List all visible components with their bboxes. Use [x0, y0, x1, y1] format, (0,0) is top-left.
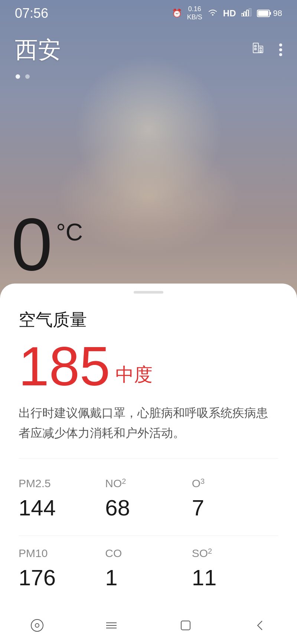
pollutant-pm25: PM2.5 144 [19, 470, 105, 532]
temperature-unit: °C [56, 219, 83, 246]
svg-rect-12 [260, 48, 261, 49]
dot-1 [16, 74, 20, 79]
pollutant-grid-1: PM2.5 144 NO2 68 O3 7 [19, 470, 278, 532]
network-speed: 0.16 KB/S [187, 5, 202, 21]
svg-rect-19 [181, 621, 190, 630]
temperature-display: 0 °C [11, 207, 83, 282]
wifi-icon [208, 8, 218, 19]
aqi-level: 中度 [115, 362, 153, 387]
top-icons[interactable] [250, 40, 282, 59]
pollutant-so2: SO2 11 [192, 540, 278, 602]
pollutant-so2-value: 11 [192, 565, 278, 590]
svg-rect-10 [255, 45, 256, 47]
pollutant-o3-name: O3 [192, 477, 278, 490]
status-bar: 07:56 ⏰ 0.16 KB/S HD [0, 0, 297, 27]
divider-1 [19, 458, 278, 459]
drag-handle[interactable] [134, 291, 163, 294]
battery-icon: 98 [257, 9, 282, 18]
status-time: 07:56 [15, 6, 48, 21]
svg-rect-2 [247, 10, 248, 16]
pollutant-pm25-name: PM2.5 [19, 477, 105, 490]
status-icons: ⏰ 0.16 KB/S HD [172, 5, 282, 21]
pollutant-grid-2: PM10 176 CO 1 SO2 11 [19, 540, 278, 602]
pollutant-no2: NO2 68 [105, 470, 192, 532]
aqi-description: 出行时建议佩戴口罩，心脏病和呼吸系统疾病患者应减少体力消耗和户外活动。 [19, 403, 278, 443]
svg-point-14 [31, 619, 43, 631]
pollutant-pm10-value: 176 [19, 565, 105, 590]
pollutant-pm10-name: PM10 [19, 547, 105, 560]
svg-rect-1 [244, 12, 246, 16]
svg-rect-0 [241, 13, 243, 16]
top-bar: 西安 [0, 27, 297, 73]
bottom-panel: 空气质量 185 中度 出行时建议佩戴口罩，心脏病和呼吸系统疾病患者应减少体力消… [0, 284, 297, 644]
pollutant-so2-name: SO2 [192, 547, 278, 560]
svg-point-15 [35, 624, 39, 627]
svg-rect-11 [255, 48, 256, 50]
hd-label: HD [223, 8, 236, 19]
aqi-value: 185 [19, 339, 110, 394]
divider-2 [19, 535, 278, 536]
pollutant-pm25-value: 144 [19, 495, 105, 521]
pollutant-o3: O3 7 [192, 470, 278, 532]
signal-icon [241, 8, 252, 19]
aqi-row: 185 中度 [19, 339, 278, 394]
bottom-nav [0, 607, 297, 644]
nav-menu-icon[interactable] [101, 615, 121, 635]
pollutant-pm10: PM10 176 [19, 540, 105, 602]
dot-indicators [16, 74, 30, 79]
building-icon[interactable] [250, 40, 266, 59]
pollutant-co-name: CO [105, 547, 192, 560]
pollutant-o3-value: 7 [192, 495, 278, 521]
pollutant-no2-value: 68 [105, 495, 192, 521]
temperature-value: 0 [11, 207, 52, 282]
svg-rect-3 [249, 8, 251, 16]
nav-home-icon[interactable] [27, 615, 47, 635]
alarm-icon: ⏰ [172, 9, 182, 18]
nav-back-icon[interactable] [250, 615, 270, 635]
pollutant-co: CO 1 [105, 540, 192, 602]
svg-rect-6 [258, 11, 268, 16]
air-quality-title: 空气质量 [19, 308, 278, 331]
sky-glow2 [56, 141, 241, 253]
more-icon[interactable] [279, 43, 282, 56]
nav-square-icon[interactable] [176, 615, 196, 635]
pollutant-co-value: 1 [105, 565, 192, 590]
city-name: 西安 [15, 34, 61, 65]
svg-rect-13 [260, 51, 261, 52]
svg-rect-5 [270, 12, 271, 15]
dot-2 [25, 74, 30, 79]
pollutant-no2-name: NO2 [105, 477, 192, 490]
